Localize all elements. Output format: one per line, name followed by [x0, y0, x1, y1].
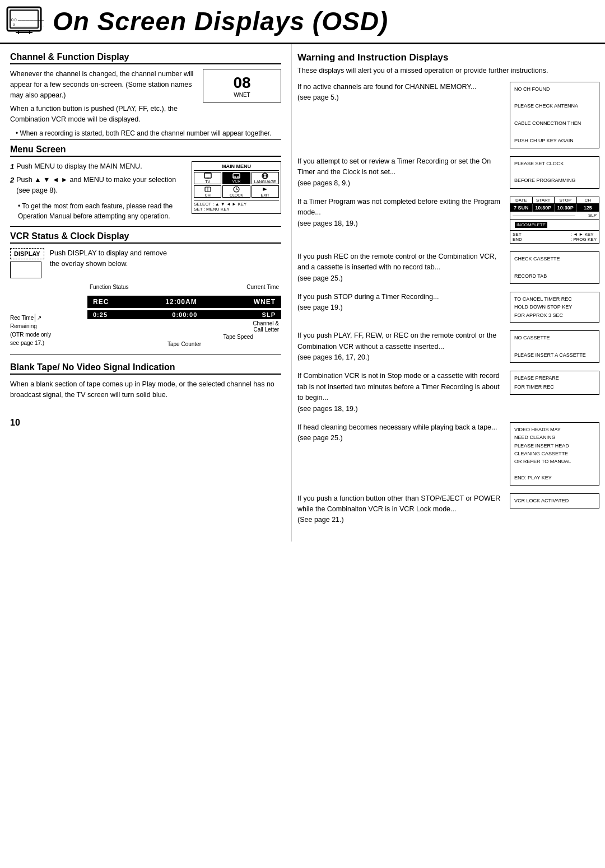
right-column: Warning and Instruction Displays These d…: [291, 44, 605, 542]
blank-tape-title: Blank Tape/ No Video Signal Indication: [10, 362, 281, 375]
svg-point-11: [237, 176, 239, 178]
osd-second-row: 0:25 0:00:00 SLP: [87, 310, 281, 319]
svg-point-10: [234, 176, 235, 178]
svg-text:0_____________________|: 0_____________________|: [13, 23, 44, 26]
main-content: Channel & Function Display 08 WNET Whene…: [0, 44, 605, 542]
main-menu-label: MAIN MENU: [194, 164, 279, 171]
svg-marker-20: [263, 188, 267, 191]
warning-item-2: If you attempt to set or review a Timer …: [297, 156, 599, 189]
warning-item-5: If you push STOP during a Timer Recordin…: [297, 292, 599, 323]
menu-section: Menu Screen 1 Push MENU to display the M…: [10, 144, 281, 224]
blank-tape-text: When a blank section of tape comes up in…: [10, 379, 281, 401]
display-screen-preview: [10, 262, 41, 278]
diagram-right-labels: Channel & Call Letter: [87, 320, 281, 333]
menu-step-1-text: Push MENU to display the MAIN MENU.: [16, 161, 142, 172]
tp-data-row: 7 SUN 10:30P 10:30P 125: [510, 204, 599, 212]
osd-display-bar: REC 12:00AM WNET: [87, 296, 281, 308]
tv-icon: 0.0 ————————————— 5.0 0_________________…: [4, 4, 44, 38]
svg-rect-7: [204, 173, 211, 178]
menu-select-row: SELECT : ▲ ▼ ◄ ► KEY SET : MENU KEY: [194, 200, 279, 212]
tape-speed-label: Tape Speed: [87, 334, 281, 340]
channel-call-sign: WNET: [234, 92, 250, 98]
menu-step-2: 2 Push ▲ ▼ ◄ ► and MENU to make your sel…: [10, 175, 183, 197]
display-label-area: DISPLAY Push DISPLAY to display and remo…: [10, 248, 281, 278]
warning-box-5: TO CANCEL TIMER REC HOLD DOWN STOP KEY F…: [510, 292, 599, 323]
diagram-wrapper: Rec Time ↗ Remaining (OTR mode only see …: [10, 284, 281, 347]
menu-icon-language: LANGUAGE: [252, 172, 279, 184]
tape-counter-label: Tape Counter: [87, 341, 281, 347]
display-desc: Push DISPLAY to display and remove the o…: [50, 248, 167, 269]
warning-text-3: If a Timer Program was not completed bef…: [297, 197, 502, 229]
warning-item-7: If Combination VCR is not in Stop mode o…: [297, 371, 599, 414]
page-header: 0.0 ————————————— 5.0 0_________________…: [0, 0, 605, 44]
left-labels: Rec Time ↗ Remaining (OTR mode only see …: [10, 314, 83, 347]
menu-icon-exit: EXIT: [252, 185, 279, 198]
page-title: On Screen Displays (OSD): [53, 8, 388, 34]
menu-row: 1 Push MENU to display the MAIN MENU. 2 …: [10, 161, 281, 224]
warning-text-4: If you push REC on the remote control or…: [297, 251, 502, 284]
warning-intro: These displays will alert you of a misse…: [297, 66, 599, 76]
warning-text-5: If you push STOP during a Timer Recordin…: [297, 292, 502, 314]
svg-line-19: [236, 189, 238, 190]
tp-bottom: SET END : ◄ ► KEY : PROG KEY: [510, 230, 599, 243]
warning-item-3: If a Timer Program was not completed bef…: [297, 197, 599, 244]
warning-text-1: If no active channels are found for CHAN…: [297, 82, 502, 104]
blank-tape-section: Blank Tape/ No Video Signal Indication W…: [10, 362, 281, 401]
menu-steps: 1 Push MENU to display the MAIN MENU. 2 …: [10, 161, 183, 224]
menu-set-text: SET : MENU KEY: [194, 207, 279, 212]
menu-section-title: Menu Screen: [10, 144, 281, 157]
warning-box-6: NO CASSETTE PLEASE INSERT A CASSETTE: [510, 330, 599, 363]
warning-item-8: If head cleaning becomes necessary while…: [297, 422, 599, 486]
warning-text-2: If you attempt to set or review a Timer …: [297, 156, 502, 189]
menu-icon-tv: TV: [194, 172, 221, 184]
menu-step-2-text: Push ▲ ▼ ◄ ► and MENU to make your selec…: [16, 175, 183, 197]
tp-incomplete-row: INCOMPLETE: [510, 220, 599, 230]
main-menu-graphic: MAIN MENU TV VCR LANGUAGE: [192, 161, 281, 214]
menu-icon-ch: CH: [194, 185, 221, 198]
svg-text:0.0 ————————————— 5.0: 0.0 ————————————— 5.0: [11, 18, 44, 22]
vcr-section-title: VCR Status & Clock Display: [10, 231, 281, 244]
menu-sub-bullet: To get the most from each feature, pleas…: [10, 201, 183, 222]
display-button-label: DISPLAY: [10, 248, 44, 259]
warning-box-7: PLEASE PREPARE FOR TIMER REC: [510, 371, 599, 395]
menu-icons-grid: TV VCR LANGUAGE CH: [194, 172, 279, 198]
warning-item-6: If you push PLAY, FF, REW, or REC on the…: [297, 330, 599, 363]
menu-icon-clock: CLOCK: [222, 185, 250, 198]
tp-header: DATE START STOP CH: [510, 197, 599, 204]
channel-number: 08: [233, 74, 250, 92]
menu-select-text: SELECT : ▲ ▼ ◄ ► KEY: [194, 202, 279, 207]
channel-para-2: When a function button is pushed (PLAY, …: [10, 104, 281, 125]
left-column: Channel & Function Display 08 WNET Whene…: [0, 44, 291, 542]
warning-item-1: If no active channels are found for CHAN…: [297, 82, 599, 148]
warning-text-8: If head cleaning becomes necessary while…: [297, 422, 502, 444]
warning-box-1: NO CH FOUND PLEASE CHECK ANTENNA CABLE C…: [510, 82, 599, 148]
tp-slp-row: —————————————— SLP: [510, 212, 599, 220]
page-number: 10: [10, 401, 281, 428]
warning-box-2: PLEASE SET CLOCK BEFORE PROGRAMMING: [510, 156, 599, 189]
menu-step-1: 1 Push MENU to display the MAIN MENU.: [10, 161, 183, 172]
warning-box-8: VIDEO HEADS MAY NEED CLEANING PLEASE INS…: [510, 422, 599, 486]
warning-item-4: If you push REC on the remote control or…: [297, 251, 599, 284]
warning-text-9: If you push a function button other than…: [297, 493, 502, 526]
warning-box-9: VCR LOCK ACTIVATED: [510, 493, 599, 508]
warning-text-7: If Combination VCR is not in Stop mode o…: [297, 371, 502, 414]
warning-text-6: If you push PLAY, FF, REW, or REC on the…: [297, 330, 502, 363]
channel-section: Channel & Function Display 08 WNET Whene…: [10, 52, 281, 137]
diagram-top-labels: Function Status Current Time: [87, 284, 281, 290]
warning-box-4: CHECK CASSETTE RECORD TAB: [510, 251, 599, 284]
timer-program-box: DATE START STOP CH 7 SUN 10:30P 10:30P 1…: [510, 197, 599, 244]
channel-section-title: Channel & Function Display: [10, 52, 281, 64]
channel-display-box: 08 WNET: [203, 69, 281, 102]
menu-icon-vcr: VCR: [222, 172, 250, 184]
channel-bullet: When a recording is started, both REC an…: [10, 129, 281, 137]
vcr-status-section: VCR Status & Clock Display DISPLAY Push …: [10, 231, 281, 347]
warning-title: Warning and Instruction Displays: [297, 52, 599, 63]
warning-item-9: If you push a function button other than…: [297, 493, 599, 526]
